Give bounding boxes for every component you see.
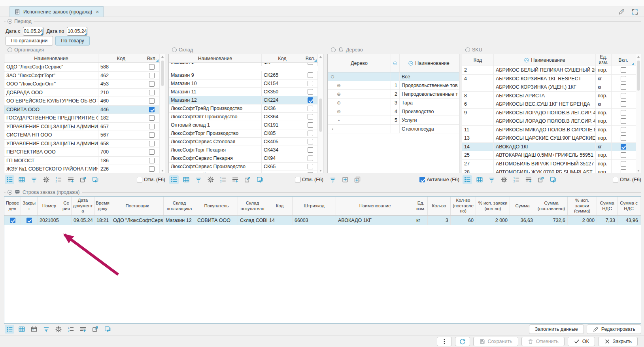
active-f6-checkbox[interactable]: Активные (F6) <box>419 177 459 182</box>
warehouse-row[interactable]: Магазин 11 СК350 <box>169 88 323 96</box>
organization-scrollbar[interactable] <box>160 54 165 173</box>
include-checkbox[interactable] <box>149 158 155 163</box>
organization-row[interactable]: СИСТЕМА НП ООО 567 <box>4 131 165 140</box>
column-header-sum-vat[interactable]: Сумма НДС <box>597 197 618 215</box>
numbered-list-icon[interactable] <box>66 325 76 334</box>
organization-row[interactable]: ООО "ЛюксСофтОпт" 453 <box>4 80 165 89</box>
settings-gear-icon[interactable] <box>206 175 215 184</box>
include-checkbox[interactable] <box>149 73 155 78</box>
organization-row[interactable]: ЖЭУ №1 СОВЕТСКОГО РАЙОНА Г.МИНС 226 <box>4 165 165 173</box>
column-header-include[interactable]: Вкл. <box>144 54 160 63</box>
add-row-icon[interactable] <box>230 175 240 184</box>
list-view-icon[interactable] <box>169 175 179 184</box>
column-header-code[interactable]: Код <box>462 54 494 66</box>
warehouse-row[interactable]: Оптовый склад 1 СК191 <box>169 121 323 129</box>
numbered-list-icon[interactable] <box>218 175 228 184</box>
column-header-unit[interactable]: Ед. изм. <box>414 197 428 215</box>
include-checkbox[interactable] <box>149 64 155 70</box>
column-header-tree[interactable]: Дерево <box>328 54 391 72</box>
include-checkbox[interactable] <box>149 166 155 172</box>
refresh-button[interactable] <box>455 337 470 346</box>
column-header-pct-qty[interactable]: % исп. заявки (кол-во) <box>476 197 510 215</box>
include-checkbox[interactable] <box>149 90 155 95</box>
warehouse-row[interactable]: ЛюксСофтОпт Производство СК364 <box>169 113 323 121</box>
settings-gear-icon[interactable] <box>499 175 509 184</box>
grid-view-icon[interactable] <box>181 175 191 184</box>
warehouse-row[interactable]: ЛюксСофтСервис Пекарня СК94 <box>169 154 323 163</box>
tree-node-icon[interactable] <box>336 83 342 88</box>
reload-rows-icon[interactable] <box>255 175 264 184</box>
include-checkbox[interactable] <box>149 98 155 104</box>
include-checkbox[interactable] <box>308 172 313 173</box>
list-view-icon[interactable] <box>463 175 472 184</box>
sku-row[interactable]: 11 АБРИКОСЫ МИКАДО ПОЛОВ.В СИРОПЕ 8 пор. <box>462 126 641 135</box>
column-header-sum[interactable]: Сумма <box>510 197 535 215</box>
tree-node-icon[interactable] <box>336 91 342 97</box>
open-external-icon[interactable] <box>91 325 100 334</box>
reload-rows-icon[interactable] <box>103 325 112 334</box>
document-tab[interactable]: Исполнение заявок (продажа) × <box>9 6 104 17</box>
scroll-down-icon[interactable] <box>636 168 641 173</box>
column-header-buyer[interactable]: Покупатель <box>195 197 238 215</box>
organization-row[interactable]: ГП МОГОСТ 186 <box>4 157 165 165</box>
include-checkbox[interactable] <box>308 131 313 136</box>
filter-icon[interactable] <box>29 175 39 184</box>
organization-row[interactable]: ПЕРСПЕКТИВА ООО 700 <box>4 148 165 157</box>
sku-row[interactable]: 8 АБРИКОСЫ АРИСТА пор. <box>462 92 641 100</box>
warehouse-scrollbar[interactable] <box>318 54 323 173</box>
include-checkbox[interactable] <box>149 81 155 87</box>
sku-row[interactable]: 13 АБРИКОСЫ ЦАРСКИЕ СУШ.90Г ЦАРСКИЕ пор. <box>462 134 641 143</box>
open-external-icon[interactable] <box>536 175 546 184</box>
include-checkbox[interactable] <box>308 89 313 95</box>
column-header-name[interactable]: Наименование <box>494 54 596 66</box>
tree-row[interactable]: 1 Продовольственные товары <box>328 81 459 90</box>
include-checkbox[interactable] <box>308 164 313 169</box>
warehouse-row[interactable]: Магазин 10 СК154 <box>169 80 323 88</box>
collapse-order-icon[interactable] <box>8 190 12 195</box>
collapse-warehouse-icon[interactable] <box>172 47 177 52</box>
column-header-code[interactable]: Код <box>267 197 293 215</box>
settings-gear-icon[interactable] <box>54 325 63 334</box>
organization-row[interactable]: УПРАВЛЕНИЕ СОЦ.ЗАЩИТЫ АДМИНИСТ 658 <box>4 140 165 148</box>
sku-row[interactable]: 27 АВТОМОБИЛЬ ВИРАЖ ГОНОЧНЫЙ 35127 пор. <box>462 160 641 169</box>
settings-gear-icon[interactable] <box>42 175 51 184</box>
column-header-name[interactable]: Наименование <box>4 54 98 63</box>
column-header-supplier-warehouse[interactable]: Склад поставщика <box>164 197 195 215</box>
filter-icon[interactable] <box>328 175 338 184</box>
collapse-tree-icon[interactable] <box>331 47 336 52</box>
cancel-button[interactable]: Отменить <box>521 337 565 346</box>
include-checkbox[interactable] <box>308 72 313 78</box>
column-header-include[interactable]: Вкл. <box>612 54 635 66</box>
collapse-sku-icon[interactable] <box>465 47 470 52</box>
organization-row[interactable]: ОДО "ЛюксСофтСервис" 588 <box>4 63 165 72</box>
include-checkbox[interactable] <box>621 76 626 82</box>
closed-checkbox[interactable] <box>26 218 32 223</box>
include-checkbox[interactable] <box>308 63 313 65</box>
include-checkbox[interactable] <box>621 127 626 133</box>
reload-rows-icon[interactable] <box>548 175 558 184</box>
close-button[interactable]: Закрыть <box>598 337 638 346</box>
column-header-barcode[interactable]: Штрихкод <box>293 197 336 215</box>
collapse-period-icon[interactable] <box>8 19 12 24</box>
reload-rows-icon[interactable] <box>91 175 100 184</box>
include-checkbox[interactable] <box>308 81 313 86</box>
tree-row[interactable]: Все <box>328 72 459 81</box>
tree-node-icon[interactable] <box>330 74 335 80</box>
date-to-input[interactable]: 10.05.24 <box>67 27 87 36</box>
sku-row[interactable]: 2 АБРИКОС БЕЛЫЙ ПЕЛИКАН СУШЕНЫЙ 20 пор. <box>462 66 641 75</box>
sku-row[interactable]: 28 АВТОМОБИЛЬ ЖУК 0780 РБ SLIM-PLAST пор… <box>462 168 641 173</box>
organization-otm-checkbox[interactable]: Отм. (F6) <box>137 177 165 182</box>
column-header-sum-supplied[interactable]: Сумма (поставлено) <box>535 197 568 215</box>
tree-node-icon[interactable] <box>336 100 342 106</box>
include-checkbox[interactable] <box>308 114 313 119</box>
posted-checkbox[interactable] <box>10 218 15 223</box>
column-header-supplier[interactable]: Поставщик <box>111 197 164 215</box>
more-actions-button[interactable] <box>437 337 452 346</box>
include-checkbox[interactable] <box>621 118 626 124</box>
include-checkbox[interactable] <box>149 132 155 138</box>
tab-by-organization[interactable]: По организации <box>6 36 53 46</box>
include-checkbox[interactable] <box>308 106 313 111</box>
include-checkbox[interactable] <box>621 84 626 90</box>
column-header-doc-time[interactable]: Время доку <box>94 197 111 215</box>
include-checkbox[interactable] <box>308 139 313 144</box>
